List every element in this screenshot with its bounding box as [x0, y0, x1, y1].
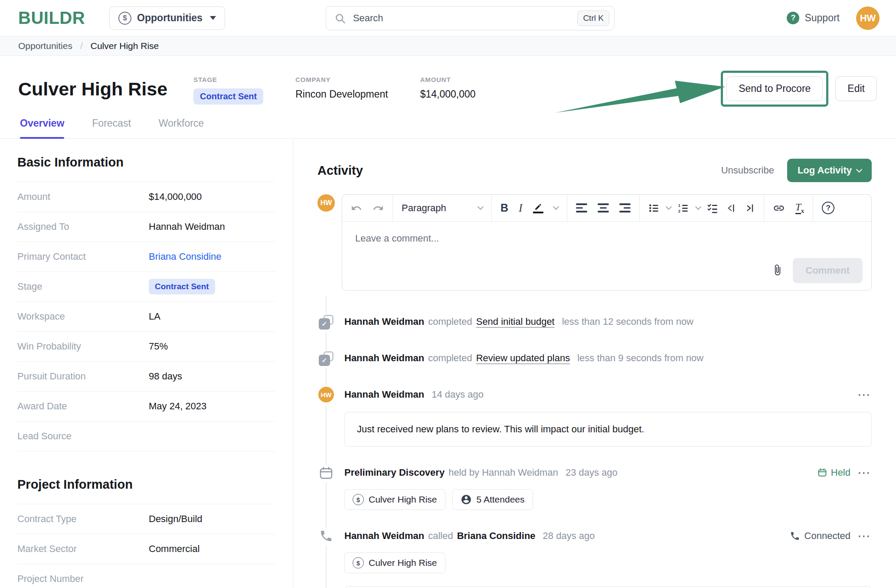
feed-actor: Hannah Weidman	[344, 316, 424, 327]
feed-comment-entry: HW Hannah Weidman 14 days ago ⋯ Just rec…	[317, 387, 872, 447]
indent-icon[interactable]	[744, 203, 755, 214]
task-link[interactable]: Send initial budget	[476, 316, 555, 327]
attachment-icon[interactable]	[772, 264, 783, 278]
meeting-status: Held	[818, 467, 850, 478]
chevron-down-icon[interactable]	[666, 204, 672, 210]
editor-toolbar: Paragraph B I	[342, 195, 871, 222]
italic-icon[interactable]: I	[519, 202, 523, 215]
unsubscribe-button[interactable]: Unsubscribe	[721, 165, 774, 176]
dollar-circle-icon: $	[353, 557, 364, 568]
redo-icon[interactable]	[373, 203, 384, 214]
company-label: COMPANY	[295, 76, 388, 83]
info-row-win-probability: Win Probability 75%	[17, 332, 275, 362]
chip-label: Culver High Rise	[369, 558, 437, 568]
log-activity-button[interactable]: Log Activity	[787, 159, 872, 182]
primary-contact-link[interactable]: Briana Considine	[149, 251, 222, 262]
undo-icon[interactable]	[351, 203, 362, 214]
info-row-contract-type: Contract Type Design/Build	[17, 504, 275, 534]
comment-submit-button[interactable]: Comment	[793, 258, 863, 283]
feed-timestamp: 28 days ago	[543, 530, 595, 542]
tab-forecast[interactable]: Forecast	[92, 118, 131, 138]
feed-timestamp: 14 days ago	[432, 389, 484, 400]
opportunity-chip[interactable]: $ Culver High Rise	[344, 552, 445, 573]
field-label: Lead Source	[17, 431, 149, 442]
breadcrumb-parent[interactable]: Opportunities	[18, 41, 72, 51]
chevron-down-icon	[856, 166, 862, 172]
task-icon: ✓	[319, 315, 334, 330]
link-icon[interactable]	[773, 202, 785, 214]
comment-body: Just received new plans to review. This …	[344, 412, 872, 447]
edit-button[interactable]: Edit	[835, 76, 877, 101]
more-options-icon[interactable]: ⋯	[857, 534, 872, 538]
feed-timestamp: less than 9 seconds from now	[577, 353, 703, 364]
breadcrumb: Opportunities / Culver High Rise	[0, 36, 896, 56]
amount-label: AMOUNT	[420, 76, 476, 83]
outdent-icon[interactable]	[726, 203, 737, 214]
opportunity-chip[interactable]: $ Culver High Rise	[344, 489, 445, 510]
send-to-procore-button[interactable]: Send to Procore	[726, 76, 823, 101]
project-information-title: Project Information	[17, 461, 275, 504]
info-row-lead-source: Lead Source	[17, 421, 275, 451]
opportunity-detail-page: BUILDR $ Opportunities Ctrl K ? Support …	[0, 0, 896, 588]
attendees-chip[interactable]: 5 Attendees	[452, 489, 533, 510]
calendar-held-icon	[818, 468, 827, 477]
more-options-icon[interactable]: ⋯	[857, 392, 872, 397]
company-meta: COMPANY Rincon Development	[295, 76, 388, 105]
field-label: Assigned To	[17, 221, 149, 232]
field-label: Contract Type	[17, 513, 149, 525]
align-center-icon[interactable]	[598, 203, 609, 212]
highlight-icon[interactable]	[533, 203, 543, 213]
field-label: Market Sector	[17, 543, 149, 555]
editor-help-icon[interactable]: ?	[822, 202, 834, 214]
field-label: Amount	[17, 191, 149, 203]
opportunity-header: Culver High Rise STAGE Contract Sent COM…	[0, 56, 896, 105]
feed-task-entry: ✓ Hannah Weidman completed Review update…	[317, 350, 872, 369]
context-switcher[interactable]: $ Opportunities	[109, 7, 225, 30]
phone-connected-icon	[790, 531, 800, 541]
feed-call-entry: Hannah Weidman called Briana Considine 2…	[317, 528, 872, 588]
feed-actor: Hannah Weidman	[344, 389, 424, 400]
bullet-list-icon[interactable]	[648, 203, 660, 214]
field-label: Win Probability	[17, 341, 149, 352]
chevron-down-icon[interactable]	[695, 204, 701, 210]
tab-overview[interactable]: Overview	[20, 118, 64, 138]
help-icon: ?	[787, 12, 799, 24]
field-label: Award Date	[17, 401, 149, 412]
support-label: Support	[804, 12, 840, 24]
comment-input[interactable]: Leave a comment... Comment	[342, 222, 871, 290]
field-value: LA	[149, 311, 160, 322]
bold-icon[interactable]: B	[500, 202, 508, 214]
checklist-icon[interactable]	[707, 203, 719, 214]
global-search: Ctrl K	[326, 6, 615, 30]
activity-title: Activity	[317, 163, 363, 178]
more-options-icon[interactable]: ⋯	[857, 470, 872, 475]
search-input[interactable]	[326, 6, 615, 30]
highlight-color-bar	[533, 212, 543, 213]
align-right-icon[interactable]	[619, 203, 631, 212]
paragraph-dropdown[interactable]: Paragraph	[393, 195, 492, 221]
task-link[interactable]: Review updated plans	[476, 353, 570, 364]
field-value: Commercial	[149, 543, 199, 555]
attendees-icon	[461, 494, 472, 505]
feed-timestamp: less than 12 seconds from now	[562, 316, 693, 327]
amount-value: $14,000,000	[420, 88, 476, 100]
user-avatar[interactable]: HW	[856, 7, 880, 30]
log-activity-label: Log Activity	[798, 165, 852, 176]
page-title: Culver High Rise	[18, 78, 167, 100]
align-left-icon[interactable]	[576, 203, 587, 212]
support-button[interactable]: ? Support	[787, 12, 840, 24]
feed-task-entry: ✓ Hannah Weidman completed Send initial …	[317, 314, 872, 332]
field-value: Hannah Weidman	[149, 221, 225, 232]
editor-avatar: HW	[317, 194, 335, 212]
call-status-label: Connected	[804, 530, 850, 542]
info-row-primary-contact: Primary Contact Briana Considine	[17, 242, 275, 272]
stage-label: STAGE	[193, 76, 263, 83]
chevron-down-icon[interactable]	[553, 204, 559, 210]
company-value: Rincon Development	[295, 88, 388, 100]
stage-badge: Contract Sent	[193, 88, 263, 105]
tab-workforce[interactable]: Workforce	[159, 118, 204, 138]
ordered-list-icon[interactable]: 12	[678, 203, 689, 214]
meeting-title: Preliminary Discovery	[344, 467, 445, 478]
breadcrumb-current: Culver High Rise	[91, 41, 159, 51]
clear-formatting-icon[interactable]: Tx	[795, 201, 804, 215]
